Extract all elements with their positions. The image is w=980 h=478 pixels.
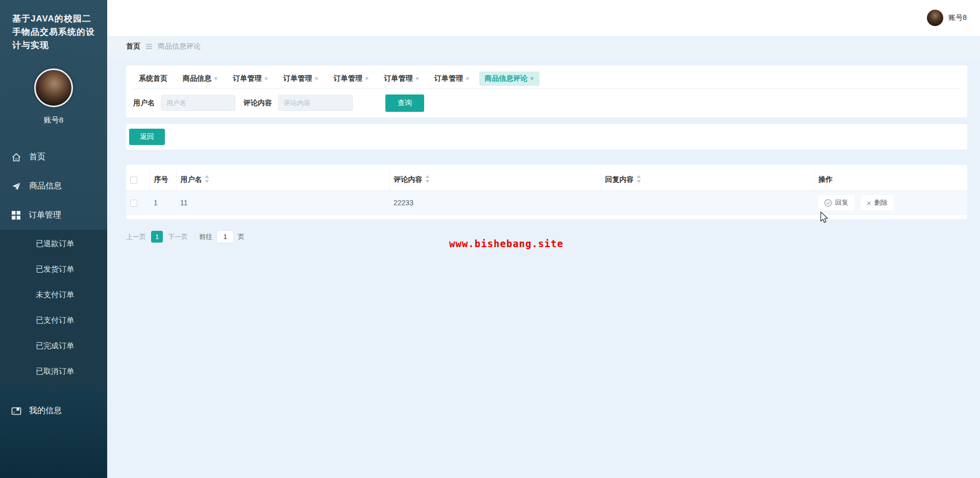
close-icon[interactable]: × (530, 75, 534, 82)
close-icon[interactable]: × (264, 75, 268, 82)
sidebar-item-home[interactable]: 首页 (0, 142, 107, 172)
topbar-avatar[interactable] (927, 10, 943, 26)
tab-product-comments[interactable]: 商品信息评论 × (479, 71, 540, 86)
comments-table-card: 序号 用户名 评论内容 回复内容 操作 (126, 165, 967, 219)
sidebar-item-label: 订单管理 (29, 210, 61, 221)
goto-label: 前往 (199, 232, 212, 242)
sidebar-subitem-completed-orders[interactable]: 已完成订单 (0, 333, 107, 358)
tab-order-manage-5[interactable]: 订单管理 × (429, 71, 475, 86)
close-icon[interactable]: × (214, 75, 218, 82)
user-avatar (34, 68, 73, 107)
prev-page-button[interactable]: 上一页 (126, 232, 146, 242)
row-checkbox[interactable] (130, 200, 137, 207)
comment-input[interactable] (278, 95, 353, 111)
sidebar-item-label: 商品信息 (29, 181, 62, 192)
reply-button[interactable]: 回复 (818, 195, 854, 210)
sidebar-item-product-info[interactable]: 商品信息 (0, 172, 107, 201)
sort-icon[interactable] (205, 175, 209, 183)
comments-table: 序号 用户名 评论内容 回复内容 操作 (126, 169, 967, 215)
breadcrumb-separator-icon (145, 43, 153, 50)
close-icon[interactable]: × (365, 75, 369, 82)
app-title: 基于JAVA的校园二 手物品交易系统的设 计与实现 (0, 0, 107, 52)
column-header-reply[interactable]: 回复内容 (601, 169, 814, 190)
breadcrumb: 首页 商品信息评论 (107, 36, 980, 57)
paper-plane-icon (11, 181, 21, 192)
card-icon (11, 406, 21, 416)
row-actions: 回复 × 删除 (818, 195, 963, 210)
tab-label: 订单管理 (384, 74, 412, 83)
sidebar-item-label: 我的信息 (29, 405, 62, 416)
column-header-label: 评论内容 (394, 175, 423, 183)
sort-icon[interactable] (425, 175, 430, 183)
sidebar-menu: 首页 商品信息 订单管理 已退款订单 已发货订单 未支付订单 已支付订单 (0, 142, 107, 425)
tab-label: 订单管理 (233, 74, 262, 83)
circle-check-icon (824, 199, 832, 207)
cell-comment: 22233 (389, 190, 601, 215)
delete-button-label: 删除 (874, 198, 888, 207)
tab-product-info[interactable]: 商品信息 × (177, 71, 224, 86)
tab-order-manage-2[interactable]: 订单管理 × (278, 71, 324, 86)
tab-label: 商品信息 (183, 74, 211, 83)
sidebar-item-order-manage[interactable]: 订单管理 (0, 201, 107, 230)
column-header-label: 操作 (819, 175, 833, 183)
column-header-comment[interactable]: 评论内容 (389, 169, 601, 190)
sidebar-account-name: 账号8 (0, 115, 107, 125)
watermark-text: www.bishebang.site (449, 238, 564, 249)
app-title-line: 计与实现 (12, 39, 100, 52)
home-icon (11, 152, 21, 162)
topbar-account-name[interactable]: 账号8 (948, 13, 967, 22)
tabs-search-card: 系统首页 商品信息 × 订单管理 × 订单管理 × 订单管理 × 订单管理 × (126, 65, 967, 117)
cell-index: 1 (150, 190, 176, 215)
sidebar-subitem-shipped-orders[interactable]: 已发货订单 (0, 256, 107, 282)
tab-bar: 系统首页 商品信息 × 订单管理 × 订单管理 × 订单管理 × 订单管理 × (133, 65, 960, 89)
tab-label: 系统首页 (139, 74, 167, 83)
tab-label: 订单管理 (434, 74, 463, 83)
column-header-label: 序号 (154, 175, 168, 183)
column-header-index: 序号 (150, 169, 176, 190)
sidebar-subitem-cancelled-orders[interactable]: 已取消订单 (0, 358, 107, 384)
tab-label: 订单管理 (334, 74, 362, 83)
app-title-line: 手物品交易系统的设 (12, 26, 100, 39)
username-input[interactable] (161, 95, 235, 111)
order-submenu: 已退款订单 已发货订单 未支付订单 已支付订单 已完成订单 已取消订单 (0, 230, 107, 387)
column-header-username[interactable]: 用户名 (176, 169, 389, 190)
close-icon[interactable]: × (415, 75, 419, 82)
mouse-cursor (819, 211, 830, 225)
sidebar-item-my-info[interactable]: 我的信息 (0, 396, 107, 425)
tab-order-manage-4[interactable]: 订单管理 × (378, 71, 425, 86)
tab-label: 订单管理 (283, 74, 312, 83)
column-header-label: 回复内容 (605, 175, 634, 183)
sort-icon[interactable] (636, 175, 641, 183)
delete-button[interactable]: × 删除 (861, 195, 894, 210)
breadcrumb-home[interactable]: 首页 (126, 42, 140, 51)
comment-label: 评论内容 (243, 99, 272, 108)
current-page-button[interactable]: 1 (151, 231, 163, 243)
back-button[interactable]: 返回 (129, 129, 165, 145)
sidebar-subitem-paid-orders[interactable]: 已支付订单 (0, 307, 107, 333)
close-icon[interactable]: × (465, 75, 470, 82)
sidebar-subitem-refunded-orders[interactable]: 已退款订单 (0, 231, 107, 256)
main-content: 系统首页 商品信息 × 订单管理 × 订单管理 × 订单管理 × 订单管理 × (107, 57, 980, 478)
table-header-row: 序号 用户名 评论内容 回复内容 操作 (126, 169, 967, 190)
goto-page-input[interactable] (216, 230, 234, 243)
sidebar-item-label: 首页 (29, 152, 45, 162)
table-row: 1 11 22233 回复 (126, 190, 967, 215)
tab-system-home[interactable]: 系统首页 (133, 71, 173, 86)
back-card: 返回 (126, 124, 967, 150)
tab-order-manage-3[interactable]: 订单管理 × (328, 71, 375, 86)
reply-button-label: 回复 (835, 198, 848, 207)
tab-label: 商品信息评论 (485, 74, 528, 83)
cell-reply (601, 190, 814, 215)
search-button[interactable]: 查询 (385, 94, 424, 112)
cell-username: 11 (176, 190, 389, 215)
sidebar-subitem-unpaid-orders[interactable]: 未支付订单 (0, 282, 107, 307)
next-page-button[interactable]: 下一页 (168, 232, 188, 242)
delete-x-icon: × (867, 199, 871, 207)
select-all-checkbox[interactable] (130, 177, 137, 184)
column-header-label: 用户名 (181, 175, 202, 183)
app-title-line: 基于JAVA的校园二 (12, 12, 100, 26)
grid-icon (11, 210, 21, 220)
tab-order-manage-1[interactable]: 订单管理 × (228, 71, 274, 86)
username-label: 用户名 (133, 99, 155, 108)
close-icon[interactable]: × (314, 75, 318, 82)
